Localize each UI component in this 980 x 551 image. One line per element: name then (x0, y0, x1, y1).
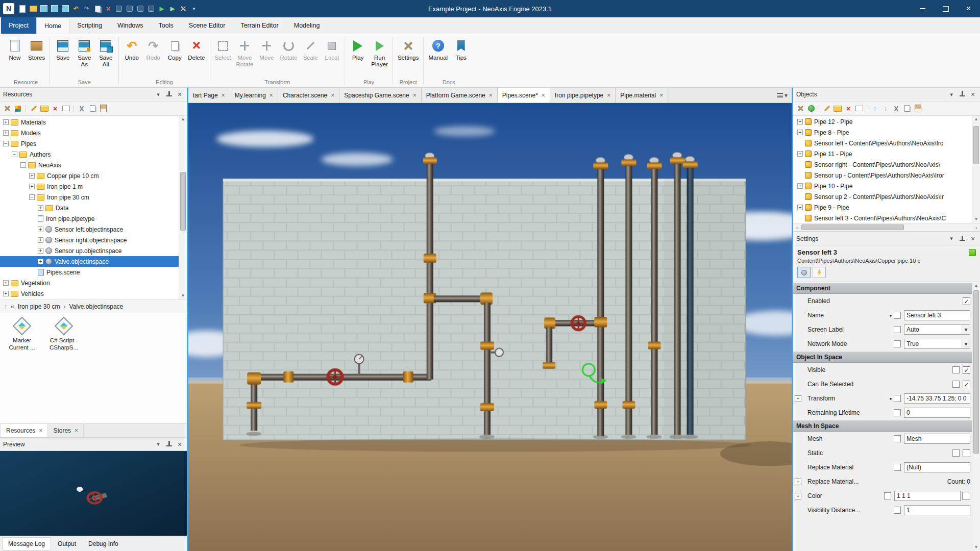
expander-icon[interactable] (38, 259, 43, 264)
expander-icon[interactable] (12, 152, 17, 157)
property-editor[interactable]: Mesh (904, 434, 970, 444)
property-editor[interactable]: Auto (904, 324, 970, 335)
scroll-thumb[interactable] (801, 224, 904, 230)
menu-tab[interactable]: Scene Editor (181, 17, 233, 34)
close-tab-icon[interactable] (542, 92, 545, 99)
expander-icon[interactable] (797, 183, 803, 189)
edit-icon[interactable] (822, 104, 831, 113)
delete-icon[interactable] (104, 4, 113, 13)
close-tab-icon[interactable] (270, 92, 273, 99)
new-button[interactable]: New (4, 36, 26, 62)
expander-icon[interactable] (29, 194, 35, 200)
expander-icon[interactable] (3, 130, 9, 136)
rename-icon[interactable] (854, 104, 864, 113)
bottom-tab[interactable]: Message Log (2, 537, 51, 550)
settings-row[interactable]: Visibility Distance... 1 (793, 503, 972, 517)
save-all-button[interactable]: Save All (95, 36, 116, 69)
default-value-box[interactable] (894, 409, 901, 416)
expander-icon[interactable] (797, 205, 803, 210)
document-tab[interactable]: My.learning (230, 88, 278, 103)
tab-list-icon[interactable]: ▾ (773, 88, 792, 103)
tree-item[interactable]: Copper pipe 10 cm (0, 170, 187, 181)
wrench-icon[interactable] (3, 104, 12, 113)
objects-scrollbar[interactable]: ▲ ▼ (972, 116, 980, 223)
expander-icon[interactable] (3, 141, 9, 146)
property-editor[interactable]: Sensor left 3 (904, 310, 970, 320)
color-swatch[interactable] (962, 492, 970, 500)
edit-icon[interactable] (29, 104, 38, 113)
document-tab[interactable]: Platform Game.scene (422, 88, 498, 103)
undo-button[interactable]: Undo (121, 36, 142, 62)
pin-icon[interactable] (958, 235, 966, 243)
scheme-icon-3[interactable] (136, 4, 145, 13)
viewport[interactable] (188, 103, 792, 551)
tree-item[interactable]: Pipes (0, 138, 187, 149)
expander-icon[interactable] (3, 291, 9, 296)
expander-icon[interactable] (38, 237, 43, 243)
select-button[interactable]: Select (212, 36, 234, 62)
copy-icon[interactable] (902, 104, 912, 113)
expander-icon[interactable] (797, 119, 803, 124)
scheme-icon-4[interactable] (146, 4, 156, 13)
expander-icon[interactable] (38, 227, 43, 232)
sep[interactable] (867, 105, 867, 112)
pin-icon[interactable] (958, 90, 966, 98)
tree-item[interactable]: Sensor right.objectinspace (0, 235, 187, 245)
wrench-icon[interactable] (796, 104, 805, 113)
default-value-box[interactable] (952, 381, 960, 388)
expander-icon[interactable] (20, 162, 26, 168)
breadcrumb-item[interactable]: Valve.objectinspace (69, 303, 123, 310)
up-level-icon[interactable]: ↑ (4, 303, 7, 310)
cut-icon[interactable] (77, 104, 86, 113)
tree-item[interactable]: Materials (0, 117, 187, 128)
tree-item[interactable]: Valve.objectinspace (0, 256, 187, 267)
scheme-icon-2[interactable] (125, 4, 134, 13)
tree-item[interactable]: Iron pipe 30 cm (0, 192, 187, 203)
menu-tab[interactable]: Terrain Editor (233, 17, 286, 34)
copy-icon[interactable] (88, 104, 97, 113)
default-value-box[interactable] (894, 395, 901, 402)
new-folder-icon[interactable] (833, 104, 842, 113)
tree-scrollbar[interactable]: ▲ ▼ (179, 116, 187, 299)
redo-button[interactable]: Redo (142, 36, 164, 62)
menu-tab[interactable]: Modeling (286, 17, 328, 34)
pin-icon[interactable] (165, 90, 173, 98)
save-icon[interactable] (39, 4, 48, 13)
manual-button[interactable]: Manual (426, 36, 450, 62)
rename-icon[interactable] (61, 104, 70, 113)
copy-icon[interactable] (93, 4, 102, 13)
expander-icon[interactable] (797, 130, 803, 135)
scroll-down-icon[interactable]: ▼ (179, 292, 187, 299)
expander-icon[interactable] (29, 184, 35, 189)
settings-row[interactable]: Mesh In Space (793, 420, 972, 432)
close-tab-icon[interactable] (75, 427, 78, 434)
expander-icon[interactable] (797, 151, 803, 157)
expander-icon[interactable] (795, 479, 801, 485)
settings-row[interactable]: Network Mode True (793, 337, 972, 351)
save-as-button[interactable]: Save As (74, 36, 95, 69)
property-editor[interactable]: Count: 0 (946, 478, 970, 485)
document-tab[interactable]: Pipe.material (616, 88, 668, 103)
sep[interactable] (74, 105, 74, 112)
link-icon[interactable] (806, 104, 816, 113)
pin-icon[interactable] (165, 440, 173, 448)
tree-item[interactable]: Data (0, 203, 187, 213)
save-button[interactable]: Save (52, 36, 74, 62)
chevron-down-icon[interactable] (947, 90, 955, 98)
settings-row[interactable]: Visible ✓ (793, 363, 972, 377)
object-item[interactable]: Sensor left - Content\Pipes\Authors\NeoA… (793, 138, 980, 148)
settings-row[interactable]: Can Be Selected ✓ (793, 377, 972, 391)
object-item[interactable]: Sensor right - Content\Pipes\Authors\Neo… (793, 159, 980, 170)
scroll-left-icon[interactable]: ‹ (793, 223, 801, 231)
maximize-button[interactable] (934, 0, 957, 17)
chevron-down-icon[interactable] (154, 90, 162, 98)
save-all-icon[interactable] (61, 4, 70, 13)
copy-button[interactable]: Copy (164, 36, 185, 62)
tree-item[interactable]: NeoAxis (0, 160, 187, 170)
settings-button[interactable]: Settings (395, 36, 422, 62)
scale-button[interactable]: Scale (300, 36, 321, 62)
tree-item[interactable]: Vegetation (0, 278, 187, 288)
sep[interactable] (26, 105, 26, 112)
play-icon[interactable] (157, 4, 166, 13)
close-tab-icon[interactable] (607, 92, 610, 99)
